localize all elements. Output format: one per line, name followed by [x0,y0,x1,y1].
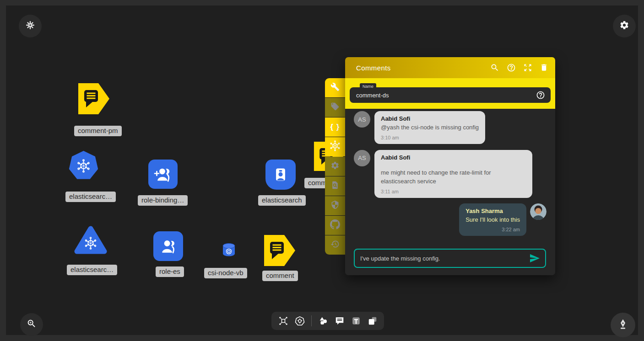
node-label: comment-pm [74,126,122,136]
node-label: elasticsearc… [67,265,117,275]
panel-title: Comments [356,64,490,72]
message-author: Aabid Sofi [381,115,479,122]
kubernetes-icon [330,140,341,153]
message-bubble: Yash Sharma Sure I'll look into this 3:2… [459,203,526,236]
avatar: AS [354,150,370,166]
doc-search-icon [330,181,340,192]
message-row: AS Aabid Sofi @yash the csi-node is miss… [354,111,547,144]
app-logo-button[interactable] [19,15,42,37]
node-elasticsearch-triangle[interactable] [74,225,108,257]
zoom-button[interactable] [20,313,43,336]
node-graph-icon[interactable] [278,316,288,326]
braces-icon: { } [330,123,340,132]
comment-composer[interactable] [354,249,546,268]
send-icon[interactable] [529,252,541,264]
name-field[interactable]: Name [350,87,551,103]
comment-icon[interactable] [335,316,345,326]
wrench-icon [330,82,340,93]
pen-tool-button[interactable] [611,313,635,337]
tag-button[interactable] [325,98,345,117]
message-bubble: Aabid Sofi @yash the csi-node is missing… [374,111,485,144]
settings-button[interactable] [613,15,636,37]
message-text: me might need to change the rate-limit f… [381,169,526,186]
gear-icon [619,20,629,32]
image-icon[interactable] [368,316,378,326]
node-csi-node-vb[interactable] [220,242,238,261]
message-time: 3:22 am [465,227,520,232]
pen-nib-icon [617,319,628,331]
tag-icon [330,102,340,113]
zoom-in-icon [27,319,37,330]
node-label: elasticsearch [258,195,306,206]
node-action-toolbar: { } [325,78,345,255]
comments-panel: Comments Name [345,57,555,275]
avatar: AS [354,111,370,128]
help-circle-icon[interactable] [536,91,545,100]
node-label: comment [262,271,298,281]
settings-action-button[interactable] [325,157,345,176]
message-time: 3:10 am [381,135,479,140]
node-comment[interactable] [264,234,296,268]
node-role-es[interactable] [153,231,183,261]
yash-avatar-photo [530,203,547,220]
doc-search-button[interactable] [325,176,345,196]
shield-icon [330,200,340,211]
node-elasticsearch-serviceaccount[interactable] [265,160,296,190]
gear-icon [330,161,340,172]
message-text: @yash the csi-node is missing config [381,123,479,132]
shapes-icon[interactable] [318,316,328,326]
github-button[interactable] [325,216,345,235]
message-row: AS Aabid Sofi me might need to change th… [354,150,547,198]
text-icon[interactable] [351,316,361,326]
node-role-binding[interactable] [148,160,178,189]
node-label: csi-node-vb [204,268,247,278]
node-label: role-es [156,266,184,277]
name-section: Name [345,78,555,109]
message-author: Yash Sharma [465,208,520,214]
expand-icon[interactable] [523,63,532,72]
kubernetes-button[interactable] [325,137,345,156]
history-icon [330,240,340,250]
configure-button[interactable] [325,78,345,97]
message-bubble: Aabid Sofi me might need to change the r… [374,150,532,198]
node-label: elasticsearc… [65,192,116,202]
search-icon[interactable] [490,63,499,72]
comments-panel-header[interactable]: Comments [345,57,555,78]
message-time: 3:11 am [381,189,526,194]
node-label: role-binding… [138,195,188,206]
braces-button[interactable]: { } [325,117,345,137]
shield-button[interactable] [325,196,345,215]
node-elasticsearch-heptagon[interactable] [68,150,99,183]
name-input[interactable] [356,92,536,99]
kanvas-logo-icon [25,20,35,32]
delete-icon[interactable] [540,63,549,72]
message-row: Yash Sharma Sure I'll look into this 3:2… [354,203,547,236]
history-button[interactable] [325,235,345,255]
help-icon[interactable] [507,63,516,72]
toolbar-divider [311,315,312,326]
node-comment-pm[interactable] [78,83,110,117]
design-canvas[interactable]: comment-pm elasticsearc… role-binding… e… [6,5,638,335]
github-icon [330,219,340,231]
message-author: Aabid Sofi [381,154,526,161]
canvas-tools-toolbar [271,312,384,330]
name-field-label: Name [360,83,376,90]
comments-thread[interactable]: AS Aabid Sofi @yash the csi-node is miss… [345,109,555,275]
message-text: Sure I'll look into this [465,216,520,224]
kubernetes-icon[interactable] [295,316,305,326]
comment-input[interactable] [360,255,529,262]
